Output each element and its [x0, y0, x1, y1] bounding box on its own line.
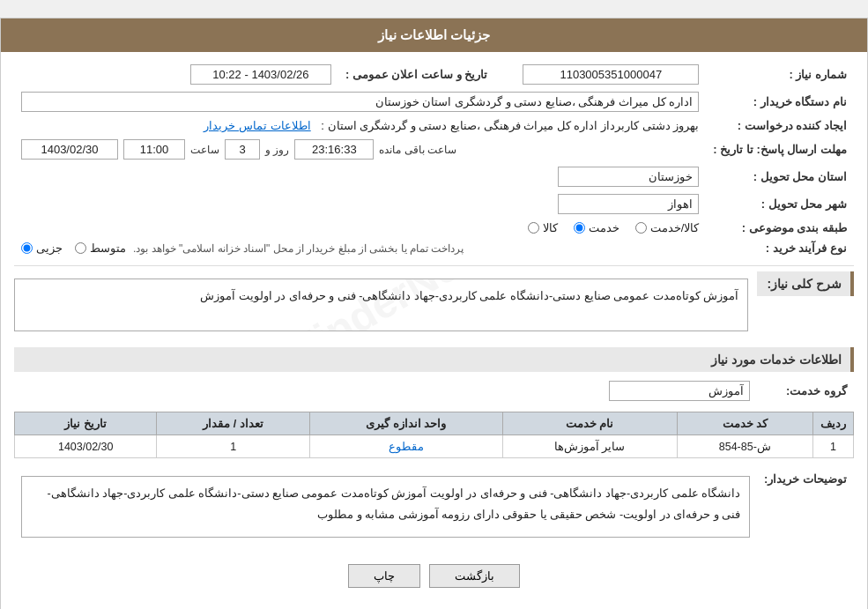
- cell-qty: 1: [157, 435, 309, 458]
- service-group-value: آموزش: [14, 377, 757, 405]
- col-date: تاریخ نیاز: [15, 412, 157, 435]
- back-button[interactable]: بازگشت: [429, 564, 520, 588]
- province-label: استان محل تحویل :: [706, 163, 854, 190]
- time-label: ساعت: [190, 144, 219, 156]
- creator-label: ایجاد کننده درخواست :: [706, 115, 854, 136]
- need-number-value: 1103005351000047: [512, 61, 706, 88]
- announce-date-label: تاریخ و ساعت اعلان عمومی :: [338, 61, 494, 88]
- city-label: شهر محل تحویل :: [706, 190, 854, 218]
- category-service[interactable]: خدمت: [574, 221, 619, 234]
- page-title: جزئیات اطلاعات نیاز: [1, 19, 867, 52]
- cell-date: 1403/02/30: [15, 435, 157, 458]
- buyer-notes-label: توضیحات خریدار:: [757, 467, 854, 546]
- category-goods-service[interactable]: کالا/خدمت: [635, 221, 700, 234]
- need-desc-value: FinderNet آموزش کوتاه‌مدت عمومی صنایع دس…: [14, 279, 748, 331]
- purchase-partial[interactable]: جزیی: [21, 241, 63, 255]
- table-row: 1 ش-85-854 سایر آموزش‌ها مقطوع 1 1403/02…: [15, 435, 854, 458]
- creator-row: بهروز دشتی کاربرداز اداره کل میراث فرهنگ…: [14, 115, 706, 136]
- city-value: اهواز: [14, 190, 706, 218]
- need-number-label: شماره نیاز :: [706, 61, 854, 88]
- cell-unit: مقطوع: [309, 435, 502, 458]
- purchase-type-row: پرداخت تمام یا بخشی از مبلغ خریدار از مح…: [14, 238, 706, 258]
- col-qty: تعداد / مقدار: [157, 412, 309, 435]
- announce-date-value: 1403/02/26 - 10:22: [14, 61, 338, 88]
- cell-row: 1: [813, 435, 854, 458]
- remaining-label: ساعت باقی مانده: [379, 144, 456, 156]
- purchase-medium[interactable]: متوسط: [75, 241, 126, 255]
- col-unit: واحد اندازه گیری: [309, 412, 502, 435]
- service-group-label: گروه خدمت:: [757, 377, 854, 405]
- category-goods[interactable]: کالا: [528, 221, 558, 234]
- buyer-label: نام دستگاه خریدار :: [706, 88, 854, 115]
- buyer-notes-value: دانشگاه علمی کاربردی-جهاد دانشگاهی- فنی …: [14, 467, 757, 546]
- response-deadline-row: ساعت باقی مانده 23:16:33 روز و 3 ساعت 11…: [14, 136, 706, 163]
- need-desc-header: شرح کلی نیاز:: [757, 271, 854, 296]
- creator-contact-link[interactable]: اطلاعات تماس خریدار: [204, 119, 310, 132]
- watermark: FinderNet: [277, 279, 486, 331]
- province-value: خوزستان: [14, 163, 706, 190]
- services-table: ردیف کد خدمت نام خدمت واحد اندازه گیری ت…: [14, 412, 854, 458]
- cell-code: ش-85-854: [677, 435, 812, 458]
- buyer-value: اداره کل میراث فرهنگی ،صنایع دستی و گردش…: [14, 88, 706, 115]
- response-deadline-label: مهلت ارسال پاسخ: تا تاریخ :: [706, 136, 854, 163]
- cell-name: سایر آموزش‌ها: [502, 435, 677, 458]
- col-row: ردیف: [813, 412, 854, 435]
- bottom-buttons: بازگشت چاپ: [14, 553, 854, 601]
- col-code: کد خدمت: [677, 412, 812, 435]
- category-label: طبقه بندی موضوعی :: [706, 218, 854, 238]
- purchase-type-label: نوع فرآیند خرید :: [706, 238, 854, 258]
- category-row: کالا/خدمت خدمت کالا: [14, 218, 706, 238]
- days-label: روز و: [265, 144, 289, 156]
- services-header: اطلاعات خدمات مورد نیاز: [14, 347, 854, 372]
- purchase-note: پرداخت تمام یا بخشی از مبلغ خریدار از مح…: [133, 242, 464, 255]
- col-name: نام خدمت: [502, 412, 677, 435]
- print-button[interactable]: چاپ: [348, 564, 420, 588]
